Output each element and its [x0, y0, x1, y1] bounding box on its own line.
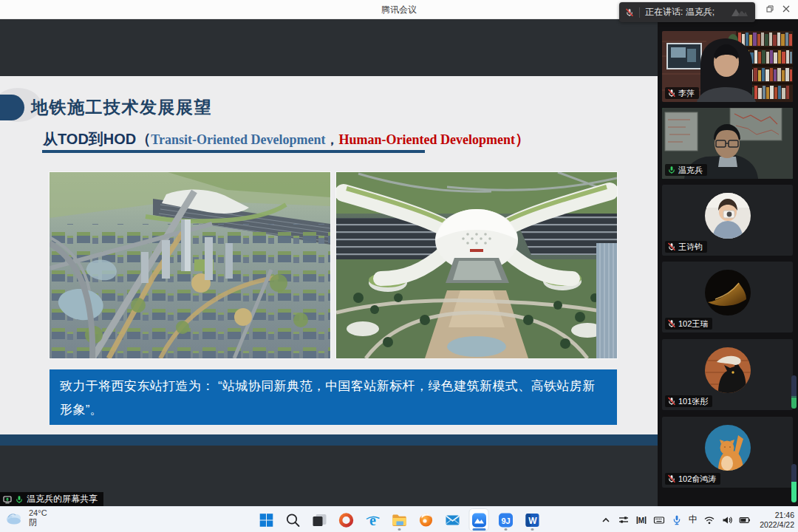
- volume-button[interactable]: [720, 514, 733, 526]
- svg-text:e: e: [369, 511, 376, 528]
- participant-name-badge: 李萍: [665, 87, 699, 99]
- participant-name-badge: 102俞鸿涛: [665, 473, 720, 485]
- desktop: 腾讯会议 正在讲话: 温克兵; 地铁施工技术发展展望: [0, 0, 798, 532]
- participant-name: 102俞鸿涛: [678, 474, 716, 484]
- speaker-icon: [721, 514, 733, 526]
- participant-tile-wangrui[interactable]: 102王瑞: [662, 262, 793, 332]
- active-app-indicator: [472, 528, 485, 531]
- show-hidden-icons-button[interactable]: [600, 514, 613, 526]
- file-explorer-app[interactable]: [389, 508, 409, 531]
- mic-muted-icon: [667, 474, 676, 483]
- mic-active-icon: [667, 166, 676, 174]
- participant-name-badge: 温克兵: [665, 164, 707, 176]
- participant-name: 温克兵: [678, 165, 703, 175]
- running-indicator: [531, 528, 533, 531]
- start-button[interactable]: [256, 508, 276, 531]
- word-icon: W: [523, 511, 541, 529]
- participant-name-badge: 101张彤: [665, 395, 712, 407]
- heading-prefix: 从TOD到HOD（: [43, 131, 151, 147]
- taskbar: 24°C 阴 e: [0, 506, 798, 532]
- battery-button[interactable]: [738, 514, 751, 526]
- clock-date: 2022/4/22: [760, 520, 794, 530]
- chevron-up-icon: [600, 514, 612, 526]
- cloudy-weather-icon: [4, 510, 24, 526]
- svg-text:9J: 9J: [501, 516, 510, 525]
- microphone-icon: [671, 514, 683, 526]
- browser-360-icon: [417, 511, 434, 529]
- ime-m-icon: M: [635, 514, 647, 526]
- search-icon: [284, 511, 301, 529]
- heading-underline: [42, 150, 425, 153]
- network-button[interactable]: [703, 514, 715, 526]
- mail-app[interactable]: [443, 508, 463, 531]
- tencent-meeting-icon: [470, 511, 488, 529]
- clock[interactable]: 21:46 2022/4/22: [760, 511, 794, 529]
- weather-widget[interactable]: 24°C 阴: [4, 508, 47, 528]
- mic-active-icon: [15, 495, 24, 504]
- mic-muted-icon: [667, 319, 676, 328]
- tencent-meeting-app[interactable]: [469, 508, 489, 531]
- audio-mixer-button[interactable]: [618, 514, 630, 526]
- slide-bottom-bar: [0, 434, 658, 446]
- participant-name: 王诗钧: [678, 242, 703, 252]
- browser-360-app[interactable]: [416, 508, 436, 531]
- svg-text:W: W: [528, 516, 537, 526]
- file-explorer-icon: [390, 511, 408, 529]
- screen-share-icon: [3, 495, 12, 504]
- participant-tile-wangshijun[interactable]: 王诗钧: [662, 185, 793, 256]
- input-language-indicator[interactable]: 中: [689, 514, 698, 526]
- ime-tool-button[interactable]: M: [635, 514, 648, 526]
- svg-text:M: M: [638, 516, 644, 525]
- presentation-slide: 地铁施工技术发展展望 从TOD到HOD（Transit-Oriented Dev…: [0, 76, 658, 446]
- mic-muted-icon: [667, 242, 676, 251]
- speaking-toast-text: 正在讲话: 温克兵;: [645, 6, 715, 18]
- restore-button[interactable]: [763, 2, 777, 16]
- panel-scrollbar-segment[interactable]: [791, 375, 797, 409]
- participant-avatar: [705, 347, 751, 393]
- mail-icon: [443, 511, 461, 529]
- participant-tile-wenkebing[interactable]: 温克兵: [662, 108, 793, 179]
- participant-tile-liping[interactable]: 李萍: [662, 31, 793, 102]
- edge-browser-icon: e: [364, 511, 381, 529]
- slide-caption: 致力于将西安东站打造为： “站城协同新典范，中国客站新标杆，绿色建筑新模式、高铁…: [50, 369, 617, 425]
- search-button[interactable]: [283, 508, 303, 531]
- running-indicator: [504, 528, 507, 531]
- keyboard-icon: [653, 514, 665, 526]
- meeting-logo-icon: [730, 7, 749, 18]
- xian-east-station-rendering: [336, 172, 617, 358]
- participants-panel: 李萍: [658, 18, 798, 506]
- touch-keyboard-button[interactable]: [653, 514, 666, 526]
- microphone-tray-button[interactable]: [671, 514, 683, 526]
- office-app[interactable]: [336, 508, 356, 531]
- mic-muted-icon: [667, 397, 676, 406]
- participant-avatar: [705, 425, 751, 471]
- office-icon: [337, 511, 355, 529]
- panel-scrollbar-thumb[interactable]: [791, 464, 797, 502]
- toast-divider: [639, 7, 640, 18]
- weather-condition: 阴: [29, 518, 47, 528]
- participant-name: 李萍: [678, 88, 695, 98]
- participant-name-badge: 102王瑞: [665, 318, 712, 330]
- participant-tile-yuhongtao[interactable]: 102俞鸿涛: [662, 417, 793, 488]
- word-app[interactable]: W: [522, 508, 542, 531]
- tencent-docs-app[interactable]: 9J: [496, 508, 516, 531]
- tod-aerial-city-rendering: [50, 172, 330, 358]
- speaking-toast: 正在讲话: 温克兵;: [619, 2, 755, 22]
- heading-comma: ，: [325, 132, 338, 147]
- taskbar-apps: e 9J W: [256, 507, 542, 532]
- participant-tile-zhangtong[interactable]: 101张彤: [662, 339, 793, 410]
- heading-suffix: ）: [515, 131, 530, 147]
- system-tray: M 中 21:46 2022/4/22: [600, 507, 794, 532]
- clock-time: 21:46: [760, 511, 794, 520]
- task-view-icon: [310, 511, 328, 529]
- weather-temperature: 24°C: [29, 508, 47, 518]
- heading-hod: Human-Oriented Development: [338, 132, 514, 147]
- running-indicator: [398, 528, 400, 531]
- browser-edge-app[interactable]: e: [363, 508, 383, 531]
- close-button[interactable]: [779, 2, 794, 16]
- participant-avatar: [705, 270, 751, 316]
- wifi-icon: [703, 514, 715, 526]
- task-view-button[interactable]: [310, 508, 330, 531]
- windows-start-icon: [257, 511, 275, 529]
- sliders-icon: [618, 514, 630, 526]
